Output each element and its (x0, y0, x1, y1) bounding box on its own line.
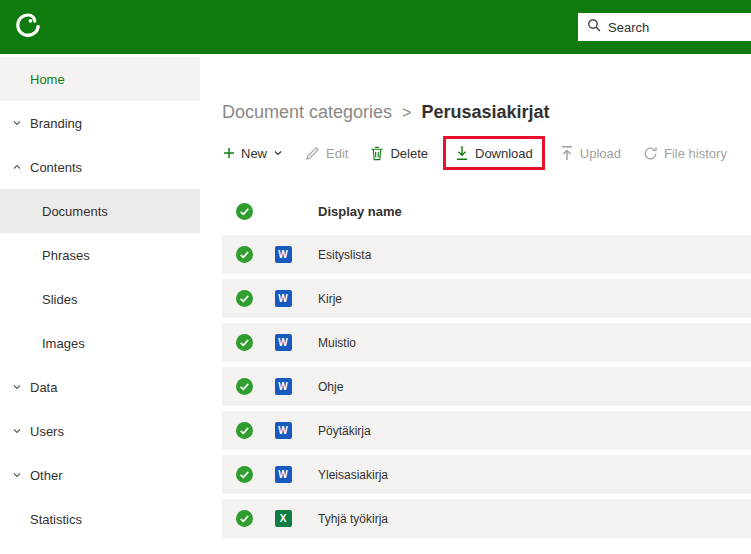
word-file-icon: W (266, 334, 300, 351)
sidebar-item-label: Branding (30, 116, 82, 131)
file-display-name[interactable]: Kirje (318, 292, 342, 306)
file-display-name[interactable]: Yleisasiakirja (318, 468, 388, 482)
row-selected-check-icon[interactable] (222, 334, 266, 351)
search-icon (587, 18, 601, 36)
file-display-name[interactable]: Esityslista (318, 248, 371, 262)
word-file-icon: W (266, 246, 300, 263)
toolbar: New Edit Delete (214, 136, 751, 170)
sidebar-item-label: Phrases (42, 248, 90, 263)
pencil-icon (305, 146, 320, 161)
word-file-icon: W (266, 290, 300, 307)
sidebar-item-label: Slides (42, 292, 77, 307)
app-logo[interactable] (0, 0, 56, 54)
word-file-icon-glyph: W (275, 378, 292, 395)
sidebar-item-images[interactable]: Images (0, 321, 200, 365)
table-body: WEsityslistaWKirjeWMuistioWOhjeWPöytäkir… (222, 235, 751, 538)
select-all-check-icon[interactable] (222, 203, 266, 220)
search-placeholder: Search (608, 20, 649, 35)
breadcrumb-parent[interactable]: Document categories (222, 102, 392, 122)
row-selected-check-icon[interactable] (222, 510, 266, 527)
table-row[interactable]: WMuistio (222, 323, 751, 362)
row-selected-check-icon[interactable] (222, 246, 266, 263)
documents-table: Display name WEsityslistaWKirjeWMuistioW… (222, 195, 751, 538)
upload-icon (560, 145, 574, 161)
chevron-down-icon (12, 470, 30, 480)
excel-file-icon: X (266, 510, 300, 527)
chevron-up-icon (12, 162, 30, 172)
chevron-down-icon (12, 426, 30, 436)
plus-icon (223, 147, 235, 159)
delete-button[interactable]: Delete (361, 140, 437, 167)
download-icon (455, 145, 469, 161)
sidebar-item-label: Images (42, 336, 85, 351)
word-file-icon: W (266, 466, 300, 483)
upload-button[interactable]: Upload (551, 139, 630, 167)
file-display-name[interactable]: Muistio (318, 336, 356, 350)
chameleon-icon (10, 7, 46, 47)
breadcrumb-current: Perusasiakirjat (421, 102, 549, 122)
breadcrumb-separator-icon: > (402, 104, 411, 121)
search-box[interactable]: Search (578, 13, 751, 41)
annotation-highlight-box: Download (443, 136, 545, 170)
breadcrumb: Document categories>Perusasiakirjat (222, 102, 751, 123)
new-button[interactable]: New (214, 140, 292, 167)
word-file-icon: W (266, 422, 300, 439)
sidebar: HomeBrandingContentsDocumentsPhrasesSlid… (0, 54, 200, 554)
download-button[interactable]: Download (446, 139, 542, 167)
table-row[interactable]: XTyhjä työkirja (222, 499, 751, 538)
row-selected-check-icon[interactable] (222, 378, 266, 395)
table-header-row: Display name (222, 195, 751, 227)
history-icon (643, 146, 658, 161)
sidebar-item-users[interactable]: Users (0, 409, 200, 453)
sidebar-item-home[interactable]: Home (0, 57, 200, 101)
sidebar-item-other[interactable]: Other (0, 453, 200, 497)
sidebar-item-slides[interactable]: Slides (0, 277, 200, 321)
upload-button-label: Upload (580, 146, 621, 161)
top-bar: Search (0, 0, 751, 54)
word-file-icon-glyph: W (275, 246, 292, 263)
row-selected-check-icon[interactable] (222, 466, 266, 483)
sidebar-item-contents[interactable]: Contents (0, 145, 200, 189)
column-header-display-name[interactable]: Display name (318, 204, 402, 219)
main-content: Document categories>Perusasiakirjat New … (200, 54, 751, 554)
edit-button-label: Edit (326, 146, 348, 161)
table-row[interactable]: WEsityslista (222, 235, 751, 274)
sidebar-item-phrases[interactable]: Phrases (0, 233, 200, 277)
trash-icon (370, 146, 384, 161)
sidebar-item-label: Documents (42, 204, 108, 219)
sidebar-item-label: Users (30, 424, 64, 439)
excel-file-icon-glyph: X (275, 510, 292, 527)
sidebar-item-statistics[interactable]: Statistics (0, 497, 200, 541)
word-file-icon-glyph: W (275, 422, 292, 439)
sidebar-item-documents[interactable]: Documents (0, 189, 200, 233)
sidebar-item-data[interactable]: Data (0, 365, 200, 409)
row-selected-check-icon[interactable] (222, 422, 266, 439)
new-button-label: New (241, 146, 267, 161)
file-history-button-label: File history (664, 146, 727, 161)
chevron-down-icon (12, 118, 30, 128)
file-display-name[interactable]: Pöytäkirja (318, 424, 371, 438)
file-history-button[interactable]: File history (634, 140, 736, 167)
download-button-label: Download (475, 146, 533, 161)
chevron-down-icon (12, 382, 30, 392)
file-display-name[interactable]: Tyhjä työkirja (318, 512, 388, 526)
sidebar-item-label: Statistics (30, 512, 82, 527)
file-display-name[interactable]: Ohje (318, 380, 343, 394)
sidebar-item-label: Data (30, 380, 57, 395)
word-file-icon: W (266, 378, 300, 395)
chevron-down-icon (273, 148, 283, 158)
sidebar-item-label: Home (30, 72, 65, 87)
sidebar-item-label: Other (30, 468, 63, 483)
sidebar-item-branding[interactable]: Branding (0, 101, 200, 145)
table-row[interactable]: WOhje (222, 367, 751, 406)
sidebar-item-label: Contents (30, 160, 82, 175)
word-file-icon-glyph: W (275, 466, 292, 483)
table-row[interactable]: WPöytäkirja (222, 411, 751, 450)
word-file-icon-glyph: W (275, 334, 292, 351)
table-row[interactable]: WKirje (222, 279, 751, 318)
delete-button-label: Delete (390, 146, 428, 161)
row-selected-check-icon[interactable] (222, 290, 266, 307)
word-file-icon-glyph: W (275, 290, 292, 307)
edit-button[interactable]: Edit (296, 140, 357, 167)
table-row[interactable]: WYleisasiakirja (222, 455, 751, 494)
